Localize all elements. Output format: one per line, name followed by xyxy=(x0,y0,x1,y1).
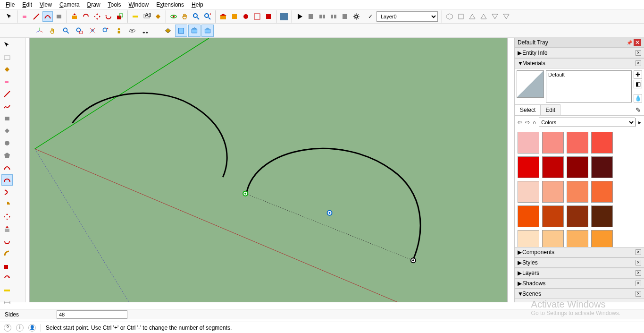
library-dropdown[interactable]: Colors xyxy=(539,118,636,127)
status-icon-1[interactable]: ? xyxy=(4,324,11,332)
menu-camera[interactable]: Camera xyxy=(56,0,84,9)
color-swatch[interactable] xyxy=(542,205,564,227)
zoom-tool[interactable] xyxy=(191,11,201,22)
palette-eraser[interactable] xyxy=(1,76,13,87)
palette-2pt-arc[interactable] xyxy=(1,174,13,186)
panel-layers[interactable]: ▶Layers× xyxy=(515,268,644,278)
status-icon-2[interactable]: i xyxy=(16,324,24,332)
color-swatch[interactable] xyxy=(542,181,564,203)
palette-polygon[interactable] xyxy=(1,150,13,161)
close-icon[interactable]: × xyxy=(636,249,641,255)
tray-title-bar[interactable]: Default Tray 📌 ✕ xyxy=(515,38,644,48)
sample-paint-icon[interactable]: ✎ xyxy=(636,106,644,114)
color-swatch[interactable] xyxy=(591,156,613,178)
measurement-input[interactable] xyxy=(57,310,127,319)
tape-tool[interactable] xyxy=(130,11,141,22)
look-around-icon[interactable] xyxy=(126,25,138,37)
palette-followme[interactable] xyxy=(1,248,13,259)
menu-tools[interactable]: Tools xyxy=(104,0,125,9)
panel-entity-info[interactable]: ▶Entity Info× xyxy=(515,48,644,58)
color-swatch[interactable] xyxy=(542,230,564,247)
color-swatch[interactable] xyxy=(518,181,539,203)
palette-freehand[interactable] xyxy=(1,101,13,112)
line-tool[interactable] xyxy=(31,11,42,22)
close-icon[interactable]: ✕ xyxy=(634,39,641,46)
zoom2-icon[interactable] xyxy=(60,25,72,37)
panel-styles[interactable]: ▶Styles× xyxy=(515,257,644,268)
pin-icon[interactable]: 📌 xyxy=(627,40,632,45)
create-material-icon[interactable]: ✚ xyxy=(634,70,642,79)
color-swatch[interactable] xyxy=(567,156,588,178)
zoom-window-icon[interactable] xyxy=(73,25,85,37)
home-icon[interactable]: ⌂ xyxy=(533,119,536,126)
close-icon[interactable]: × xyxy=(636,270,641,276)
extension-tool[interactable] xyxy=(241,11,251,22)
text-tool[interactable]: A1 xyxy=(142,11,152,22)
section-cut-icon[interactable] xyxy=(188,25,201,37)
view-front[interactable] xyxy=(467,11,477,22)
arc-tool[interactable] xyxy=(42,11,53,22)
material-name-field[interactable]: Default xyxy=(546,70,632,102)
status-icon-3[interactable]: 👤 xyxy=(28,324,36,332)
color-swatch[interactable] xyxy=(542,132,564,154)
tab-select[interactable]: Select xyxy=(515,104,541,115)
color-swatch[interactable] xyxy=(567,205,588,227)
offset-tool[interactable] xyxy=(81,11,91,22)
color-swatch[interactable] xyxy=(542,156,564,178)
view-left[interactable] xyxy=(501,11,511,22)
move-tool[interactable] xyxy=(92,11,102,22)
eyedropper-icon[interactable]: 💧 xyxy=(634,94,642,102)
rectangle-tool[interactable] xyxy=(54,11,64,22)
color-swatch[interactable] xyxy=(518,132,539,154)
close-icon[interactable]: × xyxy=(636,291,641,297)
scene-prev[interactable] xyxy=(317,11,327,22)
palette-pie[interactable] xyxy=(1,199,13,210)
pushpull-tool[interactable] xyxy=(69,11,80,22)
panel-scenes[interactable]: ▼Scenes× xyxy=(515,289,644,299)
close-icon[interactable]: × xyxy=(636,281,641,286)
palette-component[interactable] xyxy=(1,51,13,63)
layer-dropdown[interactable]: Layer0 xyxy=(376,11,438,22)
close-icon[interactable]: × xyxy=(636,260,641,265)
play-button[interactable] xyxy=(294,11,305,22)
paint-tool[interactable] xyxy=(153,11,163,22)
palette-move[interactable] xyxy=(1,211,13,222)
section-plane-icon[interactable] xyxy=(162,25,174,37)
color-swatch[interactable] xyxy=(591,132,613,154)
menu-window[interactable]: Window xyxy=(125,0,153,9)
palette-rotate[interactable] xyxy=(1,236,13,247)
current-material-swatch[interactable] xyxy=(517,70,544,98)
color-swatch[interactable] xyxy=(591,181,613,203)
settings-button[interactable] xyxy=(351,11,361,22)
export-tool[interactable] xyxy=(263,11,274,22)
scene-add[interactable] xyxy=(340,11,350,22)
nav-back-icon[interactable]: ⇦ xyxy=(518,119,522,126)
palette-arc[interactable] xyxy=(1,162,13,173)
zoom-extents-tool[interactable] xyxy=(202,11,213,22)
menu-file[interactable]: File xyxy=(2,0,18,9)
palette-dimension[interactable] xyxy=(1,297,13,308)
close-icon[interactable]: × xyxy=(636,60,641,66)
panel-shadows[interactable]: ▶Shadows× xyxy=(515,278,644,289)
color-swatch[interactable] xyxy=(518,230,539,247)
panel-components[interactable]: ▶Components× xyxy=(515,247,644,257)
rotate-tool[interactable] xyxy=(103,11,114,22)
palette-tape[interactable] xyxy=(1,285,13,296)
palette-line[interactable] xyxy=(1,88,13,100)
eraser-tool[interactable] xyxy=(20,11,30,22)
menu-draw[interactable]: Draw xyxy=(84,0,104,9)
palette-scale[interactable] xyxy=(1,260,13,272)
select-tool[interactable] xyxy=(4,11,15,22)
menu-extensions[interactable]: Extensions xyxy=(152,0,188,9)
scene-next[interactable] xyxy=(328,11,339,22)
color-swatch[interactable] xyxy=(567,230,588,247)
pan-tool[interactable] xyxy=(180,11,190,22)
position-camera-icon[interactable] xyxy=(113,25,125,37)
color-swatch[interactable] xyxy=(567,132,588,154)
panel-materials[interactable]: ▼Materials× xyxy=(515,58,644,68)
scale-tool[interactable] xyxy=(115,11,125,22)
color-swatch[interactable] xyxy=(518,205,539,227)
menu-edit[interactable]: Edit xyxy=(18,0,36,9)
color-swatch[interactable] xyxy=(591,230,613,247)
palette-paint[interactable] xyxy=(1,64,13,75)
